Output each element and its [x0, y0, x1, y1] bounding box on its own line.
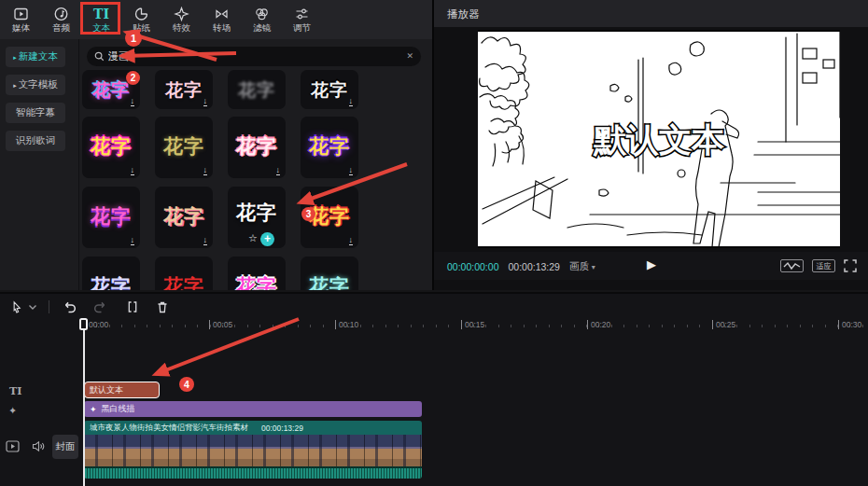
- redo-icon: [92, 299, 108, 315]
- audio-waveform: [84, 466, 422, 479]
- tab-effects[interactable]: 特效: [161, 0, 202, 39]
- tab-audio[interactable]: 音频: [41, 0, 81, 39]
- video-editor-app: 媒体 音频 TI 文本 贴纸 特效 转场: [0, 0, 868, 486]
- audio-icon: [53, 7, 69, 21]
- ruler-label: 00:20: [587, 320, 610, 329]
- text-style-tile-selected[interactable]: 花字 ☆ +: [228, 187, 286, 248]
- text-clip-label: 默认文本: [90, 384, 123, 396]
- effect-track-icon: ✦: [8, 405, 17, 417]
- effect-clip[interactable]: ✦ 黑白线描: [84, 401, 422, 417]
- fullscreen-icon[interactable]: [844, 259, 857, 272]
- undo-button[interactable]: [62, 299, 77, 315]
- favorite-star-icon[interactable]: ☆: [248, 233, 258, 243]
- play-button[interactable]: ▶: [647, 257, 656, 271]
- tab-transition[interactable]: 转场: [202, 0, 242, 39]
- mute-track-icon[interactable]: [32, 440, 45, 452]
- clear-search-icon[interactable]: ✕: [406, 52, 413, 61]
- asset-panel: 媒体 音频 TI 文本 贴纸 特效 转场: [0, 0, 432, 290]
- tab-text[interactable]: TI 文本: [81, 0, 121, 39]
- text-clip[interactable]: 默认文本: [84, 382, 160, 398]
- download-icon[interactable]: ↓: [276, 166, 281, 176]
- fit-button[interactable]: 适应: [812, 259, 835, 272]
- text-style-tile[interactable]: 花字 ↓: [301, 187, 358, 248]
- text-icon: TI: [93, 7, 109, 21]
- tab-sticker[interactable]: 贴纸: [121, 0, 161, 39]
- ruler-label: 00:30: [838, 320, 861, 329]
- text-style-tile[interactable]: 花字 ↓: [155, 187, 213, 248]
- player-panel: 播放器: [434, 0, 868, 290]
- sidebar-item-lyrics-recognition[interactable]: 识别歌词: [6, 131, 65, 151]
- text-style-tile[interactable]: 花字: [228, 70, 286, 109]
- text-style-tile[interactable]: 花字 ↓: [155, 70, 213, 109]
- text-track-icon: TI: [9, 385, 21, 397]
- add-icon[interactable]: +: [260, 232, 274, 246]
- tab-filter[interactable]: 滤镜: [242, 0, 282, 39]
- video-preview[interactable]: 默认文本: [478, 30, 840, 248]
- tab-audio-label: 音频: [52, 23, 70, 33]
- sidebar-item-label: 文字模板: [19, 78, 58, 91]
- sidebar-item-label: 新建文本: [19, 50, 58, 63]
- video-clip[interactable]: 城市夜景人物街拍美女情侣背影汽车街拍素材 00:00:13:29: [84, 421, 422, 479]
- text-style-tile[interactable]: 花字 ↓: [301, 117, 358, 178]
- text-style-tile[interactable]: 花字: [301, 257, 358, 290]
- effects-icon: [174, 7, 189, 21]
- text-style-tile[interactable]: 花字: [228, 257, 286, 290]
- delete-button[interactable]: [155, 299, 170, 314]
- undo-icon: [62, 299, 77, 315]
- split-button[interactable]: [125, 299, 140, 314]
- download-icon[interactable]: ↓: [203, 236, 208, 246]
- preview-overlay-text[interactable]: 默认文本: [593, 121, 725, 158]
- ruler-label: 00:15: [461, 320, 484, 329]
- ruler-label: 00:25: [712, 320, 735, 329]
- tile-label: 花字: [82, 276, 140, 290]
- delete-icon: [155, 299, 170, 314]
- tile-label: 花字: [82, 136, 140, 156]
- playhead-line[interactable]: [83, 319, 85, 486]
- select-tool-button[interactable]: [9, 299, 23, 314]
- tile-label: 花字: [228, 136, 286, 156]
- timeline-ruler[interactable]: 00:00 00:05 00:10 00:15 00:20 00:25 00:3…: [84, 319, 868, 332]
- text-style-tile[interactable]: 花字 ↓: [82, 70, 140, 109]
- tab-adjust-label: 调节: [293, 23, 311, 33]
- text-style-tile[interactable]: 花字: [155, 257, 213, 290]
- text-style-tile[interactable]: 花字 ↓: [82, 117, 140, 178]
- search-bar[interactable]: ✕: [87, 47, 421, 66]
- redo-button[interactable]: [92, 299, 108, 315]
- text-style-tile[interactable]: 花字: [82, 257, 140, 290]
- cover-button[interactable]: 封面: [52, 435, 78, 459]
- text-style-tile[interactable]: 花字 ↓: [155, 117, 213, 178]
- waveform-toggle-button[interactable]: [780, 259, 804, 272]
- cursor-icon: [9, 299, 23, 314]
- waveform-icon: [783, 261, 801, 271]
- select-tool-dropdown[interactable]: [28, 304, 37, 311]
- download-icon[interactable]: ↓: [203, 166, 208, 176]
- text-style-tile[interactable]: 花字 ↓: [228, 117, 286, 178]
- sidebar-item-new-text[interactable]: ▸ 新建文本: [6, 47, 65, 67]
- search-input[interactable]: [108, 51, 406, 62]
- current-time: 00:00:00:00: [447, 261, 498, 272]
- sidebar-item-smart-captions[interactable]: 智能字幕: [6, 103, 65, 123]
- download-icon[interactable]: ↓: [203, 97, 208, 107]
- player-header: 播放器: [434, 0, 868, 27]
- download-icon[interactable]: ↓: [131, 97, 135, 107]
- tab-media-label: 媒体: [12, 23, 30, 33]
- media-icon: [13, 7, 29, 21]
- text-style-tile[interactable]: 花字 ↓: [82, 187, 140, 248]
- tab-adjust[interactable]: 调节: [282, 0, 322, 39]
- text-style-tile[interactable]: 花字 ↓: [301, 70, 358, 109]
- player-title: 播放器: [447, 7, 480, 21]
- download-icon[interactable]: ↓: [131, 236, 135, 246]
- quality-dropdown[interactable]: 画质 ▾: [569, 260, 595, 273]
- tab-media[interactable]: 媒体: [1, 0, 41, 39]
- playhead-handle[interactable]: [79, 318, 88, 330]
- download-icon[interactable]: ↓: [349, 97, 354, 107]
- search-icon: [94, 51, 105, 62]
- main-toolbar: 媒体 音频 TI 文本 贴纸 特效 转场: [0, 0, 432, 39]
- download-icon[interactable]: ↓: [349, 166, 354, 176]
- download-icon[interactable]: ↓: [349, 236, 354, 246]
- tile-label: 花字: [301, 136, 358, 156]
- tile-label: 花字: [228, 202, 286, 222]
- download-icon[interactable]: ↓: [131, 166, 135, 176]
- tab-effects-label: 特效: [173, 23, 190, 33]
- sidebar-item-text-template[interactable]: ▸ 文字模板: [6, 75, 65, 95]
